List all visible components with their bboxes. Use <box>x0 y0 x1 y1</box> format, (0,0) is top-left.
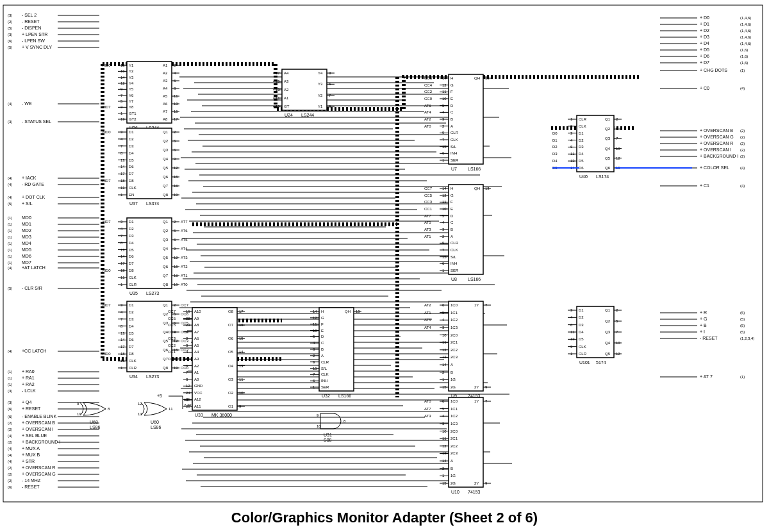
svg-text:R2: R2 <box>184 398 189 402</box>
svg-text:B: B <box>451 117 453 121</box>
svg-text:B: B <box>451 370 453 374</box>
svg-text:+ B: + B <box>700 323 707 328</box>
svg-text:+ CHG DOTS: + CHG DOTS <box>700 68 727 72</box>
svg-text:(4): (4) <box>8 195 12 199</box>
svg-text:D7: D7 <box>129 345 134 349</box>
svg-text:- 14 MHZ: - 14 MHZ <box>22 478 41 483</box>
svg-text:O8: O8 <box>228 310 234 313</box>
svg-text:8: 8 <box>343 419 346 423</box>
svg-text:(1): (1) <box>8 254 12 258</box>
svg-text:CC5: CC5 <box>424 194 433 197</box>
svg-text:1C2: 1C2 <box>451 318 458 322</box>
svg-text:+ D7: + D7 <box>700 60 709 65</box>
svg-text:CLK: CLK <box>579 124 586 128</box>
svg-text:CLR: CLR <box>451 241 459 245</box>
svg-text:+ D3: + D3 <box>700 35 709 39</box>
svg-text:A3: A3 <box>194 357 199 361</box>
svg-text:(5): (5) <box>740 311 745 315</box>
svg-text:Y8: Y8 <box>129 105 134 109</box>
svg-text:1G: 1G <box>451 378 456 381</box>
svg-text:CLR: CLR <box>321 360 329 364</box>
svg-text:MK 36000: MK 36000 <box>211 413 232 417</box>
svg-text:CC3: CC3 <box>168 337 176 340</box>
svg-text:(1): (1) <box>8 248 12 252</box>
svg-text:LS273: LS273 <box>146 374 159 379</box>
svg-text:(6): (6) <box>8 407 12 411</box>
svg-text:+ OVERSCAN G: + OVERSCAN G <box>22 472 56 476</box>
svg-text:(1): (1) <box>8 216 12 220</box>
svg-text:H: H <box>451 187 453 190</box>
svg-text:LS86: LS86 <box>151 425 161 429</box>
svg-text:(1): (1) <box>8 229 12 233</box>
svg-text:Q6: Q6 <box>605 166 611 170</box>
svg-text:D3: D3 <box>129 234 134 238</box>
svg-text:D1: D1 <box>129 130 134 134</box>
svg-text:CC5: CC5 <box>168 323 176 327</box>
svg-text:AT2: AT2 <box>424 117 431 121</box>
svg-rect-0 <box>3 5 763 502</box>
svg-text:(2): (2) <box>8 428 12 431</box>
svg-text:A7: A7 <box>194 330 199 334</box>
svg-text:A9: A9 <box>194 317 199 320</box>
svg-text:(1,6): (1,6) <box>740 54 748 58</box>
svg-text:U34: U34 <box>129 374 138 379</box>
svg-text:A: A <box>321 354 324 358</box>
svg-text:D1: D1 <box>129 220 134 224</box>
svg-text:CC0: CC0 <box>168 357 176 361</box>
svg-text:10: 10 <box>317 424 321 428</box>
svg-text:O7: O7 <box>228 323 234 327</box>
svg-text:CLK: CLK <box>451 138 458 142</box>
svg-text:AT1: AT1 <box>424 235 431 238</box>
svg-text:O3: O3 <box>228 378 234 381</box>
svg-text:CLK: CLK <box>129 186 136 190</box>
svg-text:QH: QH <box>345 310 351 313</box>
chip-u40: CLR1CLK9D13D0D24D1D36D2D411D3D513D4D614D… <box>552 115 622 179</box>
svg-text:Q5: Q5 <box>163 166 169 170</box>
svg-text:A11: A11 <box>194 404 201 408</box>
svg-text:(1): (1) <box>8 235 12 239</box>
svg-text:A1: A1 <box>284 96 289 100</box>
svg-text:Y4: Y4 <box>318 71 323 75</box>
xor-gate-u60: U60LS86 121311 +5 R22.2K <box>138 394 192 429</box>
right-wires <box>660 18 697 377</box>
svg-text:+ D1: + D1 <box>700 22 709 26</box>
svg-text:LS166: LS166 <box>468 277 481 281</box>
svg-text:Q5: Q5 <box>605 352 611 356</box>
svg-text:+ D0: + D0 <box>700 15 709 20</box>
svg-text:MD4: MD4 <box>22 241 31 245</box>
svg-text:D1: D1 <box>552 138 558 142</box>
svg-text:D8: D8 <box>129 352 134 356</box>
svg-text:(2): (2) <box>8 466 12 470</box>
svg-text:MD0: MD0 <box>22 215 31 220</box>
svg-text:D2: D2 <box>579 138 584 142</box>
svg-text:1C3: 1C3 <box>451 422 458 426</box>
svg-text:MD7: MD7 <box>103 303 111 307</box>
svg-text:U31: U31 <box>324 433 332 437</box>
svg-text:+ RA2: + RA2 <box>22 382 35 387</box>
svg-text:CC7: CC7 <box>424 187 433 190</box>
svg-text:AT7: AT7 <box>424 214 431 218</box>
svg-text:2G: 2G <box>451 385 456 389</box>
svg-text:(2): (2) <box>8 479 12 483</box>
svg-text:U68: U68 <box>90 420 98 424</box>
svg-text:S/L: S/L <box>321 367 327 370</box>
svg-text:AT4: AT4 <box>424 326 431 329</box>
svg-text:(3): (3) <box>8 13 12 17</box>
svg-text:2C1: 2C1 <box>451 340 458 344</box>
svg-text:QH: QH <box>474 76 480 80</box>
svg-text:+ OVERSCAN R: + OVERSCAN R <box>700 141 733 145</box>
svg-text:+ BACKGROUND I: + BACKGROUND I <box>700 154 738 158</box>
svg-text:AT1: AT1 <box>181 274 188 278</box>
svg-text:+ SEL BLUE: + SEL BLUE <box>22 433 47 438</box>
svg-text:+ D4: + D4 <box>700 41 709 46</box>
svg-text:U101: U101 <box>579 360 590 365</box>
svg-text:(4): (4) <box>8 102 12 106</box>
svg-text:C: C <box>451 110 454 114</box>
svg-text:D4: D4 <box>579 330 584 334</box>
svg-text:+ IACK: + IACK <box>22 176 37 180</box>
svg-text:D3: D3 <box>129 317 134 321</box>
svg-text:MD5: MD5 <box>22 247 31 252</box>
svg-text:E: E <box>451 97 453 101</box>
svg-text:A: A <box>451 363 453 367</box>
svg-text:B: B <box>451 467 453 470</box>
